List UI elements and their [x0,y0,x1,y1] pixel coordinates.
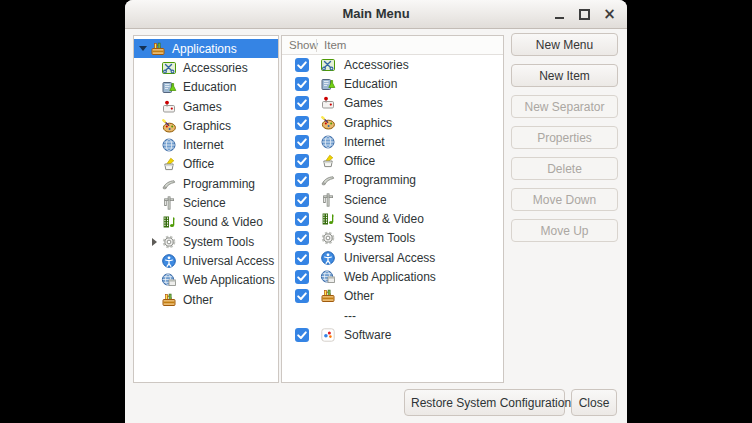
universal-access-icon [161,253,177,269]
accessories-icon [320,57,336,73]
maximize-icon [579,9,590,20]
list-item-universal-access[interactable]: Universal Access [282,248,503,267]
show-checkbox[interactable] [295,270,309,284]
titlebar[interactable]: Main Menu × [125,0,627,29]
tree-item-label: Games [183,100,222,114]
item-list-rows: AccessoriesEducationGamesGraphicsInterne… [282,55,503,344]
column-header-show[interactable]: Show [282,39,316,51]
show-checkbox[interactable] [295,328,309,342]
list-item-science[interactable]: Science [282,190,503,209]
list-item-label: Internet [344,135,385,149]
show-checkbox[interactable] [295,231,309,245]
show-checkbox[interactable] [295,212,309,226]
list-item-label: Science [344,193,387,207]
expander-right-icon[interactable] [147,235,161,249]
show-checkbox[interactable] [295,154,309,168]
tree-item-label: Internet [183,138,224,152]
tree-item-sound-video[interactable]: Sound & Video [134,213,278,232]
item-list: Show Item AccessoriesEducationGamesGraph… [281,35,504,383]
list-item-accessories[interactable]: Accessories [282,55,503,74]
list-item-internet[interactable]: Internet [282,132,503,151]
tree-item-label: Web Applications [183,273,275,287]
expander-spacer [147,119,161,133]
tree-item-office[interactable]: Office [134,155,278,174]
expander-spacer [147,273,161,287]
tree-item-accessories[interactable]: Accessories [134,58,278,77]
list-item-label: Office [344,154,375,168]
show-checkbox[interactable] [295,77,309,91]
minimize-button[interactable] [547,2,572,27]
tree-item-other[interactable]: Other [134,290,278,309]
show-checkbox[interactable] [295,289,309,303]
list-item-graphics[interactable]: Graphics [282,113,503,132]
list-item-label: System Tools [344,231,415,245]
list-header: Show Item [282,36,503,55]
other-icon [161,292,177,308]
list-item-games[interactable]: Games [282,94,503,113]
tree-item-web-applications[interactable]: Web Applications [134,271,278,290]
tree-item-internet[interactable]: Internet [134,135,278,154]
delete-button: Delete [511,157,618,180]
list-item-web-applications[interactable]: Web Applications [282,267,503,286]
expander-down-icon[interactable] [136,42,150,56]
tree-item-education[interactable]: Education [134,78,278,97]
list-item-education[interactable]: Education [282,74,503,93]
close-icon: × [603,7,616,22]
show-checkbox[interactable] [295,135,309,149]
list-item-label: Accessories [344,58,409,72]
education-icon [161,79,177,95]
tree-item-games[interactable]: Games [134,97,278,116]
games-icon [320,95,336,111]
tree-item-label: Office [183,157,214,171]
show-checkbox[interactable] [295,173,309,187]
expander-spacer [147,293,161,307]
list-item-sound-video[interactable]: Sound & Video [282,209,503,228]
programming-icon [320,172,336,188]
move-down-button: Move Down [511,188,618,211]
list-item-software[interactable]: Software [282,325,503,344]
close-button[interactable]: × [597,2,622,27]
tree-item-applications[interactable]: Applications [134,39,278,58]
list-item-system-tools[interactable]: System Tools [282,229,503,248]
tree-item-universal-access[interactable]: Universal Access [134,251,278,270]
move-up-button: Move Up [511,219,618,242]
close-dialog-button[interactable]: Close [571,389,617,416]
universal-access-icon [320,250,336,266]
science-icon [161,195,177,211]
list-item-label: Universal Access [344,251,435,265]
tree-item-label: Graphics [183,119,231,133]
column-header-item[interactable]: Item [317,39,346,51]
new-menu-button[interactable]: New Menu [511,33,618,56]
graphics-icon [320,115,336,131]
restore-system-configuration-button[interactable]: Restore System Configuration [404,389,565,416]
maximize-button[interactable] [572,2,597,27]
show-checkbox[interactable] [295,251,309,265]
tree-item-science[interactable]: Science [134,193,278,212]
list-item-label: Graphics [344,116,392,130]
system-tools-icon [161,234,177,250]
list-item-other[interactable]: Other [282,287,503,306]
new-separator-button: New Separator [511,95,618,118]
tree-item-programming[interactable]: Programming [134,174,278,193]
expander-spacer [147,215,161,229]
sound-video-icon [161,214,177,230]
expander-spacer [147,100,161,114]
list-item-office[interactable]: Office [282,151,503,170]
tree-item-graphics[interactable]: Graphics [134,116,278,135]
category-tree: ApplicationsAccessoriesEducationGamesGra… [133,35,279,383]
show-checkbox[interactable] [295,193,309,207]
tree-item-system-tools[interactable]: System Tools [134,232,278,251]
programming-icon [161,176,177,192]
show-checkbox[interactable] [295,96,309,110]
new-item-button[interactable]: New Item [511,64,618,87]
tree-item-label: Applications [172,42,237,56]
show-checkbox[interactable] [295,58,309,72]
sound-video-icon [320,211,336,227]
properties-button: Properties [511,126,618,149]
show-checkbox[interactable] [295,116,309,130]
tree-item-label: Other [183,293,213,307]
list-separator-row[interactable]: --- [282,306,503,325]
tree-item-label: Universal Access [183,254,274,268]
list-item-programming[interactable]: Programming [282,171,503,190]
tree-item-label: Education [183,80,236,94]
